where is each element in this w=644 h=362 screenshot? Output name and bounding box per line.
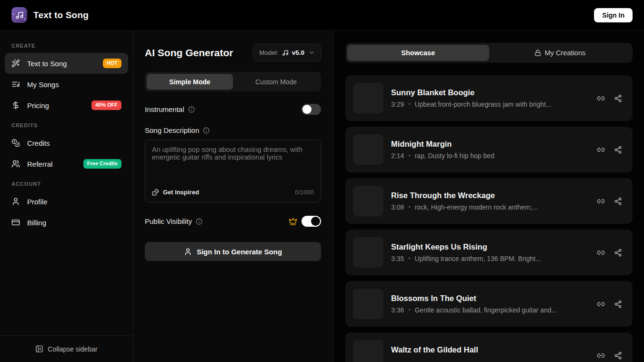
song-title: Sunny Blanket Boogie	[391, 88, 588, 97]
sidebar-item-billing[interactable]: Billing	[5, 212, 128, 233]
share-icon[interactable]	[614, 300, 622, 308]
topbar: ✦ ✦ Text to Song Sign In	[0, 0, 644, 30]
chevron-down-icon	[309, 50, 315, 56]
user-icon	[184, 248, 192, 256]
song-title: Blossoms In The Quiet	[391, 294, 588, 303]
info-icon[interactable]	[196, 218, 202, 225]
users-icon	[11, 160, 20, 168]
badge-40-off: 40% OFF	[91, 101, 121, 110]
sidebar-item-pricing[interactable]: Pricing 40% OFF	[5, 95, 128, 116]
link-icon[interactable]	[597, 300, 605, 308]
public-visibility-label: Public Visibility	[145, 217, 192, 225]
tab-custom-mode[interactable]: Custom Mode	[233, 74, 319, 90]
panel-left-close-icon	[35, 345, 43, 353]
sign-in-button[interactable]: Sign In	[594, 8, 633, 22]
collapse-sidebar-label: Collapse sidebar	[48, 345, 97, 353]
get-inspired-label: Get Inspired	[163, 189, 199, 196]
share-icon[interactable]	[614, 146, 622, 154]
song-card[interactable]: Blossoms In The Quiet 3:36 • Gentle acou…	[345, 281, 633, 327]
song-duration: 3:08	[391, 203, 404, 211]
link-icon[interactable]	[597, 197, 605, 205]
song-card[interactable]: Waltz of the Gilded Hall	[345, 332, 633, 362]
sidebar-item-profile[interactable]: Profile	[5, 191, 128, 212]
song-description-input[interactable]	[145, 140, 321, 184]
song-thumbnail[interactable]	[353, 289, 383, 319]
lock-icon	[534, 50, 541, 56]
song-thumbnail[interactable]	[353, 83, 383, 113]
sidebar-section-label: ACCOUNT	[11, 181, 121, 187]
generator-panel: AI Song Generator Model: v5.0 Simple Mod…	[133, 30, 333, 362]
badge-free-credits: Free Credits	[83, 159, 121, 168]
song-description: Gentle acoustic ballad, fingerpicked gui…	[414, 306, 557, 314]
song-card[interactable]: Sunny Blanket Boogie 3:29 • Upbeat front…	[345, 75, 633, 121]
sidebar-section-label: CREDITS	[11, 122, 121, 128]
sidebar-section-label: CREATE	[11, 43, 121, 49]
sparkle-icon: ✦	[23, 17, 26, 20]
song-card[interactable]: Rise Through the Wreckage 3:08 • rock, H…	[345, 178, 633, 224]
song-thumbnail[interactable]	[353, 340, 383, 362]
song-list: Sunny Blanket Boogie 3:29 • Upbeat front…	[345, 75, 633, 362]
song-card[interactable]: Midnight Margin 2:14 • rap, Dusty lo-fi …	[345, 127, 633, 172]
song-title: Midnight Margin	[391, 140, 588, 149]
get-inspired-button[interactable]: Get Inspired	[152, 189, 199, 196]
song-description: rock, High-energy modern rock anthem;...	[414, 203, 537, 211]
tab-simple-mode[interactable]: Simple Mode	[147, 74, 233, 90]
song-description: Uplifting trance anthem, 136 BPM. Bright…	[414, 255, 541, 262]
sparkle-icon: ✦	[12, 12, 15, 16]
link-icon[interactable]	[597, 249, 605, 257]
music-note-icon	[15, 11, 24, 20]
generate-song-label: Sign In to Generate Song	[197, 248, 282, 256]
meta-separator-dot: •	[408, 307, 410, 313]
music-note-icon	[282, 50, 289, 56]
public-visibility-toggle[interactable]	[302, 216, 321, 227]
meta-separator-dot: •	[408, 204, 410, 211]
song-title: Rise Through the Wreckage	[391, 191, 588, 200]
showcase-panel: Showcase My Creations Sunny Blanket Boog…	[333, 30, 644, 362]
song-duration: 2:14	[391, 152, 404, 160]
info-icon[interactable]	[203, 127, 210, 134]
badge-hot: HOT	[103, 59, 121, 68]
sidebar-item-my-songs[interactable]: My Songs	[5, 74, 128, 95]
meta-separator-dot: •	[408, 101, 410, 108]
song-thumbnail[interactable]	[353, 186, 383, 216]
list-music-icon	[11, 80, 20, 89]
model-value: v5.0	[292, 49, 304, 56]
share-icon[interactable]	[614, 94, 622, 102]
credit-card-icon	[11, 218, 20, 227]
share-icon[interactable]	[614, 352, 622, 360]
song-description: Upbeat front-porch bluegrass jam with br…	[414, 101, 551, 108]
song-thumbnail[interactable]	[353, 237, 383, 268]
wand-sparkles-icon	[11, 59, 20, 68]
app-title: Text to Song	[33, 10, 89, 20]
character-counter: 0/1000	[295, 189, 314, 196]
link-icon[interactable]	[597, 352, 605, 360]
song-card[interactable]: Starlight Keeps Us Rising 3:35 • Uplifti…	[345, 230, 633, 275]
song-duration: 3:36	[391, 306, 404, 314]
link-icon[interactable]	[597, 94, 605, 102]
model-selector[interactable]: Model: v5.0	[253, 44, 321, 61]
tab-showcase[interactable]: Showcase	[347, 45, 489, 61]
share-icon[interactable]	[614, 249, 622, 257]
generate-song-button[interactable]: Sign In to Generate Song	[145, 242, 321, 261]
page-title: AI Song Generator	[145, 47, 233, 59]
model-label: Model:	[259, 49, 279, 56]
sidebar-item-referral[interactable]: Referral Free Credits	[5, 153, 128, 174]
share-icon[interactable]	[614, 197, 622, 205]
sidebar-item-credits[interactable]: Credits	[5, 132, 128, 153]
collapse-sidebar-button[interactable]: Collapse sidebar	[0, 335, 133, 362]
user-icon	[11, 197, 20, 206]
app-logo[interactable]: ✦ ✦	[11, 7, 27, 23]
dollar-icon	[11, 101, 20, 110]
song-description-box: Get Inspired 0/1000	[145, 140, 321, 202]
song-thumbnail[interactable]	[353, 134, 383, 165]
sidebar-item-text-to-song[interactable]: Text to Song HOT	[5, 53, 128, 74]
instrumental-toggle[interactable]	[302, 104, 321, 115]
dice-icon	[152, 189, 159, 196]
song-title: Waltz of the Gilded Hall	[391, 345, 588, 354]
link-icon[interactable]	[597, 146, 605, 154]
song-description: rap, Dusty lo-fi hip hop bed	[414, 152, 494, 160]
showcase-tabs: Showcase My Creations	[345, 43, 633, 63]
song-duration: 3:29	[391, 101, 404, 108]
tab-my-creations[interactable]: My Creations	[489, 45, 631, 61]
info-icon[interactable]	[188, 106, 195, 113]
